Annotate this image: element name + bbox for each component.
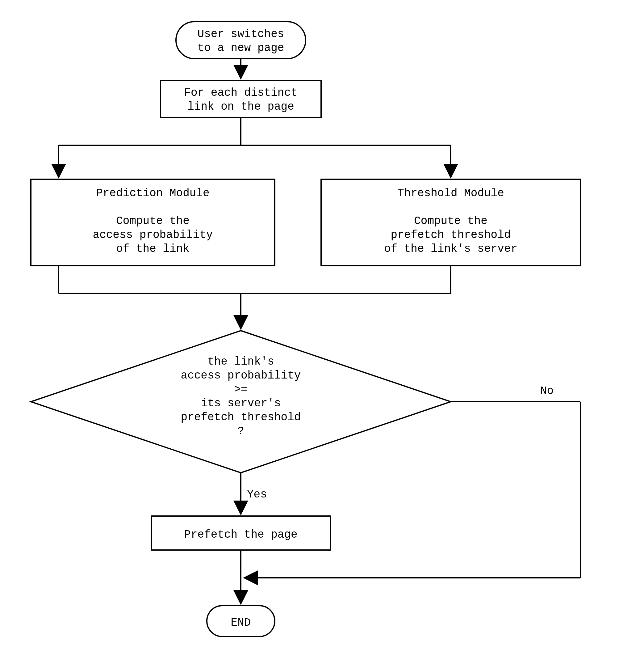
decision-line3: >= bbox=[234, 383, 247, 396]
flowchart-diagram: User switches to a new page For each dis… bbox=[0, 0, 644, 656]
decision-line2: access probability bbox=[181, 369, 301, 382]
no-label: No bbox=[540, 385, 554, 397]
threshold-line2: prefetch threshold bbox=[391, 229, 511, 241]
start-node: User switches to a new page bbox=[176, 22, 306, 59]
prediction-line1: Compute the bbox=[116, 215, 189, 227]
threshold-line1: Compute the bbox=[414, 215, 487, 227]
decision-node: the link's access probability >= its ser… bbox=[31, 331, 451, 473]
prediction-line3: of the link bbox=[116, 243, 189, 255]
decision-line1: the link's bbox=[207, 355, 274, 368]
yes-label: Yes bbox=[247, 488, 267, 501]
threshold-module-node: Threshold Module Compute the prefetch th… bbox=[321, 179, 580, 266]
prediction-line2: access probability bbox=[93, 229, 213, 241]
decision-line4: its server's bbox=[201, 397, 281, 410]
start-text-line2: to a new page bbox=[198, 42, 284, 54]
decision-line5: prefetch threshold bbox=[181, 411, 301, 424]
threshold-line3: of the link's server bbox=[384, 243, 518, 255]
foreach-text-line2: link on the page bbox=[187, 101, 294, 113]
prediction-module-node: Prediction Module Compute the access pro… bbox=[31, 179, 275, 266]
threshold-title: Threshold Module bbox=[397, 187, 504, 200]
foreach-text-line1: For each distinct bbox=[184, 87, 297, 99]
prediction-title: Prediction Module bbox=[96, 187, 209, 200]
end-text: END bbox=[231, 616, 251, 629]
prefetch-node: Prefetch the page bbox=[151, 516, 330, 550]
start-text-line1: User switches bbox=[198, 28, 284, 41]
end-node: END bbox=[207, 606, 275, 636]
prefetch-text: Prefetch the page bbox=[184, 528, 297, 541]
decision-line6: ? bbox=[237, 425, 244, 438]
foreach-node: For each distinct link on the page bbox=[161, 80, 321, 117]
